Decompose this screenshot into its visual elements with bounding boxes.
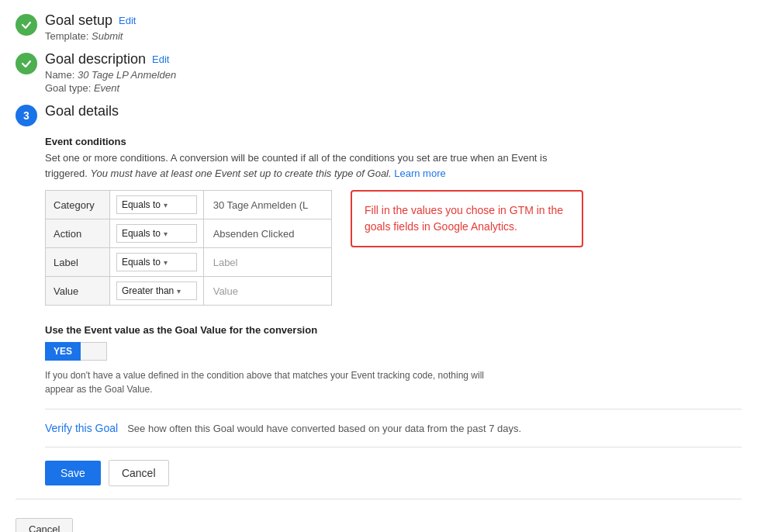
action-condition-select[interactable]: Equals to ▾: [116, 224, 197, 243]
event-conditions-title: Event conditions: [45, 136, 741, 147]
step3-content: Goal details: [45, 103, 741, 119]
conditions-callout-row: Category Equals to ▾ Actio: [45, 190, 741, 306]
step1-title: Goal setup: [45, 12, 112, 29]
step1-check-icon: [16, 14, 37, 36]
divider1: [45, 409, 741, 409]
value-condition-select[interactable]: Greater than ▾: [116, 282, 197, 300]
action-label: Action: [46, 219, 110, 248]
step1-section: Goal setup Edit Template: Submit: [16, 12, 741, 42]
step1-meta: Template: Submit: [45, 30, 741, 42]
main-button-row: Save Cancel: [45, 460, 741, 486]
category-value-input[interactable]: [210, 198, 311, 212]
goal-value-title: Use the Event value as the Goal Value fo…: [45, 324, 741, 336]
step2-check-icon: [16, 53, 37, 74]
table-row: Action Equals to ▾: [46, 219, 332, 248]
label-condition-value: Equals to: [122, 257, 161, 268]
value-value-input[interactable]: [210, 284, 311, 299]
value-chevron-icon: ▾: [177, 287, 181, 295]
category-value-cell: [203, 191, 331, 219]
step2-name-value: 30 Tage LP Anmelden: [78, 69, 176, 81]
step2-type-value: Event: [94, 82, 119, 94]
callout-box: Fill in the values you chose in GTM in t…: [351, 190, 583, 247]
step1-content: Goal setup Edit Template: Submit: [45, 12, 741, 42]
step2-name-meta: Name: 30 Tage LP Anmelden: [45, 69, 741, 81]
save-button[interactable]: Save: [45, 461, 101, 485]
label-value-cell: [203, 248, 331, 277]
divider2: [45, 447, 741, 447]
step2-type-meta: Goal type: Event: [45, 82, 741, 94]
event-conditions-italic: You must have at least one Event set up …: [91, 168, 392, 179]
label-label: Label: [46, 248, 110, 277]
cancel-button[interactable]: Cancel: [109, 460, 169, 486]
category-condition-value: Equals to: [122, 199, 161, 210]
value-label: Value: [46, 277, 110, 306]
category-condition-select[interactable]: Equals to ▾: [116, 195, 197, 214]
label-condition-cell: Equals to ▾: [109, 248, 203, 277]
bottom-divider: [16, 499, 741, 499]
category-label: Category: [46, 191, 110, 219]
verify-row: Verify this Goal See how often this Goal…: [45, 422, 741, 434]
event-conditions-desc: Set one or more conditions. A conversion…: [45, 150, 572, 181]
verify-goal-link[interactable]: Verify this Goal: [45, 422, 118, 434]
step1-template-value: Submit: [92, 30, 123, 42]
goal-value-section: Use the Event value as the Goal Value fo…: [45, 324, 741, 396]
category-chevron-icon: ▾: [164, 201, 168, 209]
step2-section: Goal description Edit Name: 30 Tage LP A…: [16, 51, 741, 94]
action-chevron-icon: ▾: [164, 230, 168, 238]
label-condition-select[interactable]: Equals to ▾: [116, 253, 197, 271]
verify-description: See how often this Goal would have conve…: [127, 423, 521, 434]
label-chevron-icon: ▾: [164, 258, 168, 267]
toggle-no-button[interactable]: [81, 342, 107, 361]
conditions-table: Category Equals to ▾ Actio: [45, 190, 332, 306]
goal-value-note: If you don't have a value defined in the…: [45, 368, 510, 396]
step3-number-icon: 3: [16, 105, 37, 126]
action-condition-cell: Equals to ▾: [109, 219, 203, 248]
step1-edit-link[interactable]: Edit: [119, 15, 136, 26]
callout-text: Fill in the values you chose in GTM in t…: [365, 204, 563, 233]
action-value-input[interactable]: [210, 226, 311, 241]
toggle-container: YES: [45, 342, 741, 361]
label-value-input[interactable]: [210, 255, 311, 270]
step2-edit-link[interactable]: Edit: [152, 54, 169, 65]
value-value-cell: [203, 277, 331, 306]
step3-section: 3 Goal details: [16, 103, 741, 126]
table-row: Label Equals to ▾: [46, 248, 332, 277]
action-value-cell: [203, 219, 331, 248]
learn-more-link[interactable]: Learn more: [394, 168, 445, 179]
category-condition-cell: Equals to ▾: [109, 191, 203, 219]
step2-title: Goal description: [45, 51, 146, 67]
value-condition-value: Greater than: [122, 285, 174, 296]
toggle-yes-button[interactable]: YES: [45, 342, 81, 361]
value-condition-cell: Greater than ▾: [109, 277, 203, 306]
step2-content: Goal description Edit Name: 30 Tage LP A…: [45, 51, 741, 94]
table-row: Category Equals to ▾: [46, 191, 332, 219]
goal-details-body: Event conditions Set one or more conditi…: [45, 136, 741, 486]
cancel-bottom-button[interactable]: Cancel: [16, 518, 73, 532]
table-row: Value Greater than ▾: [46, 277, 332, 306]
step3-title: Goal details: [45, 103, 119, 119]
action-condition-value: Equals to: [122, 228, 161, 239]
